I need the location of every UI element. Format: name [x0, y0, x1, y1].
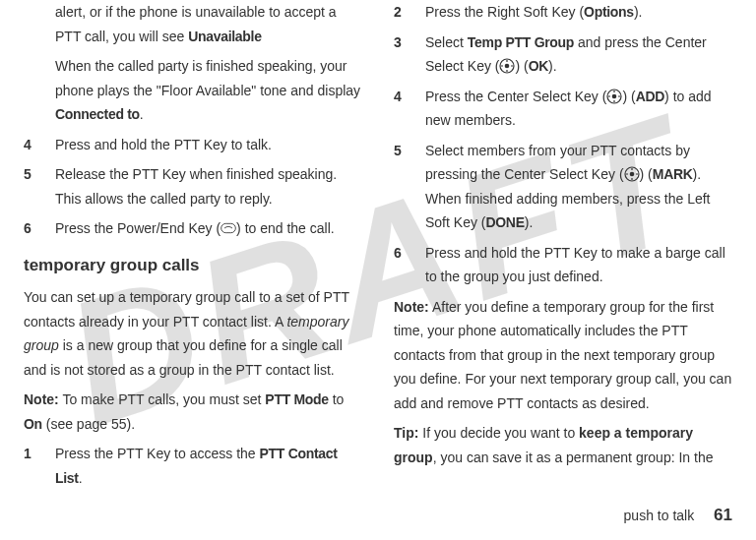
text: (see page 55).: [42, 416, 135, 432]
text: When the called party is finished speaki…: [55, 58, 360, 98]
step-body: Press and hold the PTT Key to make a bar…: [425, 241, 732, 289]
step-1: 1 Press the PTT Key to access the PTT Co…: [24, 442, 362, 490]
step-body: Select Temp PTT Group and press the Cent…: [425, 30, 732, 79]
ui-label-unavailable: Unavailable: [188, 29, 262, 44]
ui-label-connected-to: Connected to: [55, 106, 140, 122]
step-number: 5: [394, 139, 425, 235]
note-auto-include: Note: After you define a temporary group…: [394, 295, 732, 416]
page-number: 61: [714, 506, 732, 524]
ui-label-done: DONE: [485, 214, 524, 230]
text: After you define a temporary group for t…: [394, 299, 731, 411]
text: ).: [548, 58, 557, 74]
step-2: 2 Press the Right Soft Key (Options).: [394, 0, 732, 25]
ui-label-on: On: [24, 416, 42, 432]
step-4: 4 Press and hold the PTT Key to talk.: [24, 133, 362, 157]
text: ) (: [515, 58, 528, 74]
ui-label-mark: MARK: [653, 166, 693, 182]
step-body: Press the Power/End Key () to end the ca…: [55, 216, 362, 241]
footer-section-name: push to talk: [624, 508, 695, 523]
text: ) (: [640, 166, 653, 182]
step-number: 3: [394, 30, 425, 79]
para-temp-group-desc: You can set up a temporary group call to…: [24, 285, 362, 382]
center-select-key-icon: [499, 58, 515, 74]
para-connected-to: When the called party is finished speaki…: [55, 54, 362, 127]
text: Press the Power/End Key (: [55, 220, 220, 236]
tip-keep-group: Tip: If you decide you want to keep a te…: [394, 421, 732, 469]
text: ) (: [622, 89, 635, 104]
step-3: 3 Select Temp PTT Group and press the Ce…: [394, 30, 732, 79]
text: to: [329, 391, 345, 407]
para-unavailable: alert, or if the phone is unavailable to…: [55, 0, 362, 48]
svg-point-2: [505, 64, 510, 69]
step-number: 2: [394, 0, 425, 25]
text: Press the PTT Key to access the: [55, 446, 260, 461]
section-heading-temporary-group-calls: temporary group calls: [24, 251, 362, 280]
text: .: [79, 470, 83, 486]
step-body: Select members from your PTT contacts by…: [425, 139, 732, 235]
svg-point-6: [629, 172, 634, 177]
ui-label-options: Options: [584, 4, 634, 20]
step-number: 4: [24, 133, 55, 157]
center-select-key-icon: [606, 89, 622, 104]
step-body: Press the Center Select Key () (ADD) to …: [425, 85, 732, 133]
note-ptt-mode: Note: To make PTT calls, you must set PT…: [24, 388, 362, 436]
step-body: Press the PTT Key to access the PTT Cont…: [55, 442, 362, 490]
ui-label-ok: OK: [529, 58, 548, 74]
page-content: alert, or if the phone is unavailable to…: [0, 0, 756, 496]
note-label: Note:: [394, 299, 429, 315]
step-body: Press and hold the PTT Key to talk.: [55, 133, 362, 157]
step-6: 6 Press the Power/End Key () to end the …: [24, 216, 362, 241]
page-footer: push to talk 61: [624, 501, 732, 530]
step-number: 5: [24, 162, 55, 210]
text: ).: [525, 214, 534, 230]
text: ) to end the call.: [236, 220, 335, 236]
svg-rect-0: [221, 223, 236, 232]
step-6-right: 6 Press and hold the PTT Key to make a b…: [394, 241, 732, 289]
ui-label-add: ADD: [636, 89, 664, 104]
step-4-right: 4 Press the Center Select Key () (ADD) t…: [394, 85, 732, 133]
text: ).: [634, 4, 643, 20]
text: is a new group that you define for a sin…: [24, 337, 343, 378]
step-number: 4: [394, 85, 425, 133]
text: .: [140, 106, 144, 122]
step-body: Press the Right Soft Key (Options).: [425, 0, 732, 25]
step-5-right: 5 Select members from your PTT contacts …: [394, 139, 732, 235]
note-label: Note:: [24, 391, 59, 407]
text: Press the Center Select Key (: [425, 89, 606, 104]
text: Select: [425, 34, 468, 50]
step-number: 1: [24, 442, 55, 490]
text: To make PTT calls, you must set: [59, 391, 266, 407]
text: If you decide you want to: [418, 425, 579, 441]
step-number: 6: [394, 241, 425, 289]
left-column: alert, or if the phone is unavailable to…: [24, 0, 362, 496]
text: , you can save it as a permanent group: …: [433, 450, 714, 465]
text: Press the Right Soft Key (: [425, 4, 584, 20]
ui-label-temp-ptt-group: Temp PTT Group: [468, 34, 574, 50]
ui-label-ptt-mode: PTT Mode: [265, 391, 328, 407]
end-key-icon: [220, 220, 236, 236]
tip-label: Tip:: [394, 425, 418, 441]
step-number: 6: [24, 216, 55, 241]
right-column: 2 Press the Right Soft Key (Options). 3 …: [394, 0, 732, 496]
step-body: Release the PTT Key when finished speaki…: [55, 162, 362, 210]
center-select-key-icon: [624, 166, 640, 182]
svg-point-4: [612, 93, 617, 98]
step-5: 5 Release the PTT Key when finished spea…: [24, 162, 362, 210]
